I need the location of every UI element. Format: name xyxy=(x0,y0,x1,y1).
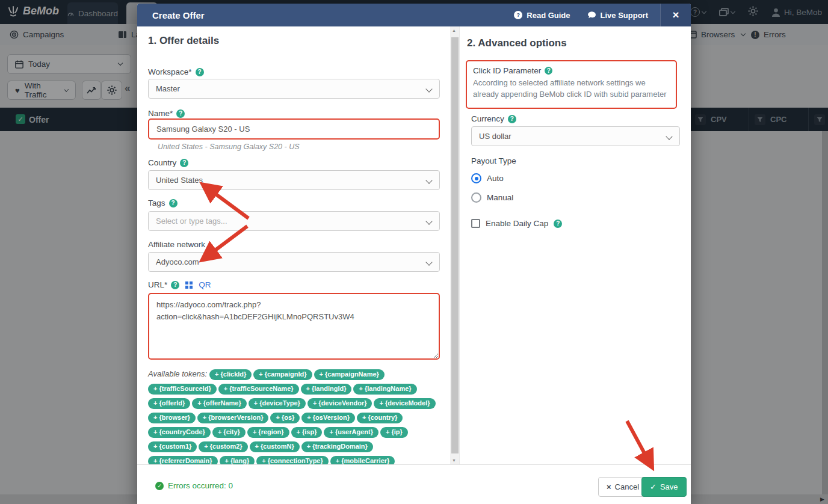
token-pill[interactable]: + {deviceModel} xyxy=(374,398,435,409)
read-guide-icon: ? xyxy=(514,11,522,19)
token-pill[interactable]: + {trafficSourceId} xyxy=(148,384,217,395)
scroll-up-icon[interactable]: ▲ xyxy=(452,28,456,32)
modal-header: Create Offer ? Read Guide Live Support × xyxy=(137,4,691,26)
scrollbar-thumb[interactable] xyxy=(451,37,459,453)
token-pill[interactable]: + {ip} xyxy=(380,427,408,438)
url-label-text: URL* xyxy=(148,280,167,289)
token-pill[interactable]: + {deviceVendor} xyxy=(307,398,372,409)
section-advanced-options: 2. Advanced options xyxy=(467,37,567,49)
token-pill[interactable]: + {landingName} xyxy=(353,384,416,395)
affiliate-network-select[interactable]: Adyoco.com xyxy=(148,252,440,272)
affiliate-network-label-text: Affiliate network xyxy=(148,240,205,249)
token-pill[interactable]: + {city} xyxy=(212,427,246,438)
cancel-label: Cancel xyxy=(615,482,639,491)
workspace-value: Master xyxy=(156,84,180,93)
token-pill[interactable]: + {deviceType} xyxy=(249,398,306,409)
currency-label: Currency ? xyxy=(471,114,516,123)
qr-icon[interactable] xyxy=(185,281,193,289)
token-pill[interactable]: + {custom1} xyxy=(148,441,197,452)
token-pill[interactable]: + {custom2} xyxy=(199,441,247,452)
tokens-label: Available tokens: xyxy=(148,369,207,378)
url-label: URL* ? QR xyxy=(148,280,211,289)
advanced-options-panel: 2. Advanced options Click ID Parameter ?… xyxy=(459,26,691,464)
live-support-link[interactable]: Live Support xyxy=(587,11,648,20)
token-pill[interactable]: + {region} xyxy=(247,427,289,438)
token-pill[interactable]: + {browserVersion} xyxy=(197,413,269,423)
currency-label-text: Currency xyxy=(471,114,504,123)
url-textarea[interactable]: https://adyoco.com/track.php?action=clic… xyxy=(148,293,440,360)
close-button[interactable]: × xyxy=(660,4,691,26)
help-icon[interactable]: ? xyxy=(545,67,552,75)
errors-text: Errors occurred: 0 xyxy=(168,481,233,490)
help-icon[interactable]: ? xyxy=(171,281,179,289)
qr-link[interactable]: QR xyxy=(199,280,211,289)
affiliate-network-value: Adyoco.com xyxy=(156,257,199,266)
help-icon[interactable]: ? xyxy=(508,115,516,123)
help-icon[interactable]: ? xyxy=(180,159,188,167)
check-circle-icon: ✓ xyxy=(155,482,164,490)
token-pill[interactable]: + {clickId} xyxy=(209,369,252,380)
workspace-label: Workspace* ? xyxy=(148,67,204,76)
token-pill[interactable]: + {landingId} xyxy=(301,384,352,395)
token-pill[interactable]: + {countryCode} xyxy=(148,427,211,438)
country-select[interactable]: United States xyxy=(148,170,440,190)
tags-label: Tags ? xyxy=(148,198,178,207)
token-pill[interactable]: + {isp} xyxy=(291,427,323,438)
radio-selected-icon[interactable] xyxy=(471,173,481,183)
affiliate-network-label: Affiliate network xyxy=(148,240,205,249)
modal-scrollbar[interactable]: ▲ ▼ xyxy=(450,26,459,464)
live-support-label: Live Support xyxy=(601,11,648,20)
chat-icon xyxy=(587,11,596,19)
cancel-x-icon: × xyxy=(607,482,611,491)
errors-note: ✓ Errors occurred: 0 xyxy=(155,481,233,490)
close-icon: × xyxy=(672,8,679,22)
payout-type-label: Payout Type xyxy=(471,156,516,165)
token-pill[interactable]: + {userAgent} xyxy=(324,427,378,438)
help-icon[interactable]: ? xyxy=(176,109,185,118)
payout-manual-option[interactable]: Manual xyxy=(471,192,513,203)
token-pill[interactable]: + {campaignName} xyxy=(314,369,385,380)
token-pill[interactable]: + {trafficSourceName} xyxy=(218,384,299,395)
modal-footer: ✓ Errors occurred: 0 × Cancel ✓ Save xyxy=(137,464,691,504)
payout-auto-label: Auto xyxy=(487,174,504,183)
help-icon[interactable]: ? xyxy=(554,220,562,228)
daily-cap-checkbox[interactable] xyxy=(471,219,480,228)
token-pill[interactable]: + {trackingDomain} xyxy=(301,441,373,452)
token-pill[interactable]: + {campaignId} xyxy=(253,369,312,380)
click-id-title-row: Click ID Parameter ? xyxy=(473,66,670,75)
name-label-text: Name* xyxy=(148,109,173,118)
tokens-list: + {clickId}+ {campaignId}+ {campaignName… xyxy=(148,369,437,479)
name-hint: United States - Samsung Galaxy S20 - US xyxy=(158,143,300,151)
token-pill[interactable]: + {browser} xyxy=(148,413,196,423)
create-offer-modal: Create Offer ? Read Guide Live Support ×… xyxy=(137,4,691,504)
help-icon[interactable]: ? xyxy=(196,68,204,76)
section-offer-details: 1. Offer details xyxy=(148,35,219,47)
token-pill[interactable]: + {osVersion} xyxy=(301,413,355,423)
read-guide-label: Read Guide xyxy=(527,11,570,20)
currency-select[interactable]: US dollar xyxy=(471,126,680,146)
token-pill[interactable]: + {os} xyxy=(270,413,300,423)
country-value: United States xyxy=(156,176,203,185)
payout-auto-option[interactable]: Auto xyxy=(471,173,504,183)
daily-cap-label: Enable Daily Cap xyxy=(486,219,548,228)
read-guide-link[interactable]: ? Read Guide xyxy=(514,11,570,20)
tags-placeholder: Select or type tags... xyxy=(156,217,227,226)
save-check-icon: ✓ xyxy=(650,482,657,491)
token-pill[interactable]: + {offerId} xyxy=(148,398,190,409)
radio-unselected-icon[interactable] xyxy=(471,192,481,203)
currency-value: US dollar xyxy=(479,132,511,141)
name-input[interactable] xyxy=(148,118,440,140)
token-pill[interactable]: + {offerName} xyxy=(192,398,246,409)
help-icon[interactable]: ? xyxy=(169,199,178,207)
cancel-button[interactable]: × Cancel xyxy=(598,477,647,497)
token-pill[interactable]: + {country} xyxy=(357,413,403,423)
click-id-title: Click ID Parameter xyxy=(473,66,541,75)
save-button[interactable]: ✓ Save xyxy=(641,477,687,497)
click-id-description: According to selected affiliate network … xyxy=(473,78,672,100)
payout-manual-label: Manual xyxy=(487,193,513,202)
scroll-down-icon[interactable]: ▼ xyxy=(452,458,456,463)
workspace-label-text: Workspace* xyxy=(148,67,192,76)
token-pill[interactable]: + {customN} xyxy=(250,441,300,452)
tags-select[interactable]: Select or type tags... xyxy=(148,211,440,231)
workspace-select[interactable]: Master xyxy=(148,79,440,99)
